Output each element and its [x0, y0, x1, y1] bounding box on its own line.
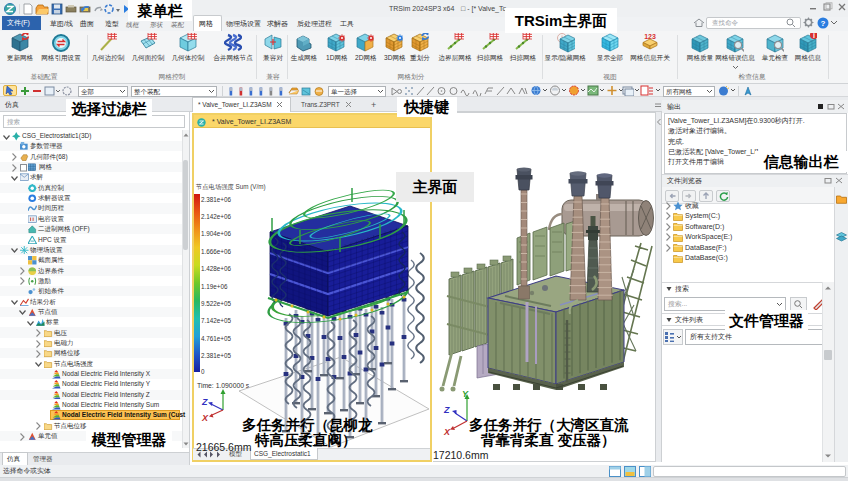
svg-text:X: X [443, 427, 451, 437]
svg-text:Y: Y [462, 389, 469, 399]
svg-text:?: ? [821, 19, 826, 28]
svg-text:i: i [813, 33, 815, 39]
svg-text:Z: Z [443, 405, 450, 415]
